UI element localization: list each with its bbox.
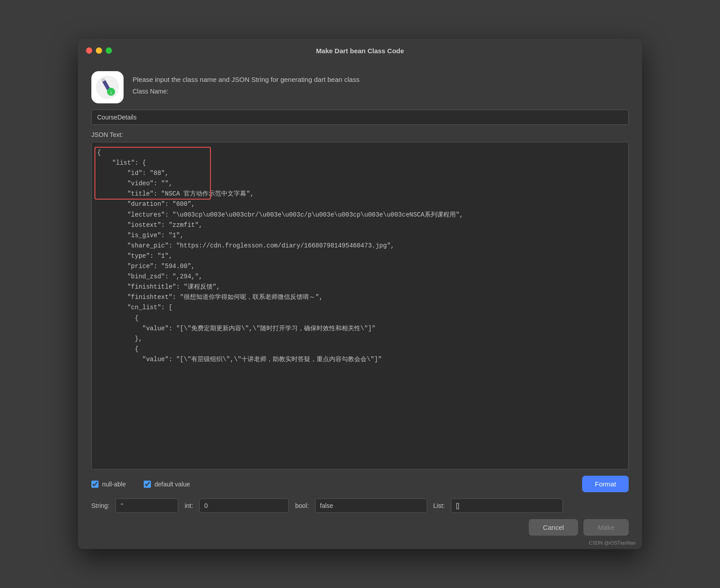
make-button[interactable]: Make xyxy=(583,519,629,536)
app-icon-svg: ↓ xyxy=(95,75,120,100)
cancel-button[interactable]: Cancel xyxy=(529,519,579,536)
app-icon: ↓ xyxy=(91,71,124,103)
svg-text:↓: ↓ xyxy=(110,89,112,95)
watermark: CSDN @iOSTianNan xyxy=(589,540,636,545)
action-row: Cancel Make xyxy=(91,519,629,536)
bottom-section: null-able default value Format String: i… xyxy=(91,476,629,540)
description-area: Please input the class name and JSON Str… xyxy=(133,71,360,95)
maximize-button[interactable] xyxy=(106,47,112,54)
string-label: String: xyxy=(91,502,109,509)
traffic-lights xyxy=(86,47,112,54)
close-button[interactable] xyxy=(86,47,92,54)
json-section: JSON Text: { "list": { "id": "88", "vide… xyxy=(91,131,629,469)
class-name-label: Class Name: xyxy=(133,88,360,95)
nullable-checkbox-label[interactable]: null-able xyxy=(91,481,126,488)
int-label: int: xyxy=(184,502,193,509)
list-input[interactable] xyxy=(451,499,563,513)
app-icon-row: ↓ Please input the class name and JSON S… xyxy=(91,71,629,103)
nullable-label: null-able xyxy=(102,481,126,488)
window-title: Make Dart bean Class Code xyxy=(316,47,404,55)
options-row: null-able default value Format xyxy=(91,476,629,492)
default-value-label: default value xyxy=(154,481,190,488)
bool-input[interactable] xyxy=(315,499,427,513)
content-area: ↓ Please input the class name and JSON S… xyxy=(78,62,642,549)
json-label: JSON Text: xyxy=(91,131,629,138)
json-display[interactable]: { "list": { "id": "88", "video": "", "ti… xyxy=(92,142,628,469)
main-window: Make Dart bean Class Code ↓ xyxy=(78,39,642,549)
json-textarea-container: { "list": { "id": "88", "video": "", "ti… xyxy=(91,142,629,469)
bool-label: bool: xyxy=(295,502,309,509)
nullable-checkbox[interactable] xyxy=(91,481,99,488)
list-label: List: xyxy=(433,502,445,509)
fields-row: String: int: bool: List: xyxy=(91,499,629,513)
description-text: Please input the class name and JSON Str… xyxy=(133,71,360,85)
int-input[interactable] xyxy=(199,499,289,513)
checkboxes: null-able default value xyxy=(91,481,190,488)
minimize-button[interactable] xyxy=(96,47,102,54)
format-button[interactable]: Format xyxy=(582,476,629,492)
string-input[interactable] xyxy=(116,499,178,513)
default-value-checkbox-label[interactable]: default value xyxy=(144,481,190,488)
class-name-section xyxy=(91,110,629,125)
title-bar: Make Dart bean Class Code xyxy=(78,39,642,62)
default-value-checkbox[interactable] xyxy=(144,481,151,488)
class-name-input[interactable] xyxy=(91,110,629,125)
